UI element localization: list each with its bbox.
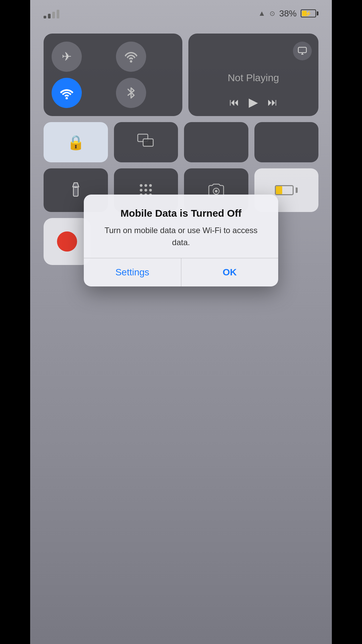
- alert-ok-button[interactable]: OK: [181, 258, 279, 286]
- side-bar-left: [0, 0, 30, 644]
- alert-buttons: Settings OK: [84, 258, 278, 286]
- alert-title: Mobile Data is Turned Off: [96, 207, 266, 220]
- alert-message: Turn on mobile data or use Wi-Fi to acce…: [96, 224, 266, 249]
- alert-overlay: Mobile Data is Turned Off Turn on mobile…: [30, 0, 332, 644]
- side-bar-right: [332, 0, 362, 644]
- alert-dialog: Mobile Data is Turned Off Turn on mobile…: [84, 195, 278, 286]
- alert-settings-button[interactable]: Settings: [84, 258, 181, 286]
- alert-content: Mobile Data is Turned Off Turn on mobile…: [84, 195, 278, 258]
